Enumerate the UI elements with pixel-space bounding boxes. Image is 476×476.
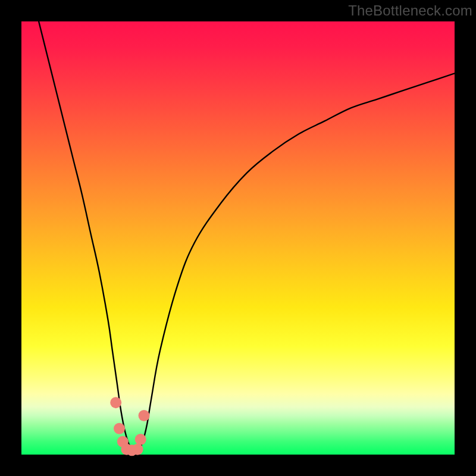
- curve-marker: [132, 444, 143, 455]
- watermark-label: TheBottleneck.com: [348, 2, 472, 19]
- curve-markers: [110, 397, 149, 456]
- chart-frame: TheBottleneck.com: [0, 0, 476, 476]
- curve-path: [39, 21, 455, 451]
- curve-marker: [135, 434, 146, 445]
- curve-marker: [114, 423, 125, 434]
- curve-marker: [139, 410, 150, 421]
- chart-overlay: [21, 21, 455, 455]
- curve-marker: [110, 397, 121, 408]
